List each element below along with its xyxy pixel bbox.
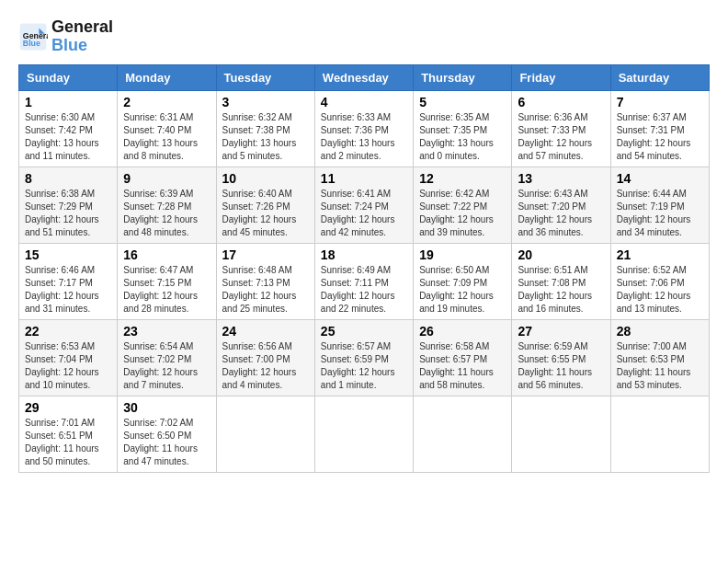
logo: General Blue GeneralBlue xyxy=(18,18,113,55)
calendar-cell xyxy=(610,396,709,472)
calendar-cell: 16 Sunrise: 6:47 AM Sunset: 7:15 PM Dayl… xyxy=(118,243,216,319)
calendar-cell: 13 Sunrise: 6:43 AM Sunset: 7:20 PM Dayl… xyxy=(512,167,610,243)
calendar-cell: 20 Sunrise: 6:51 AM Sunset: 7:08 PM Dayl… xyxy=(512,243,610,319)
day-number: 11 xyxy=(321,171,407,186)
calendar-cell: 30 Sunrise: 7:02 AM Sunset: 6:50 PM Dayl… xyxy=(118,396,216,472)
day-info: Sunrise: 6:31 AM Sunset: 7:40 PM Dayligh… xyxy=(123,111,210,163)
day-info: Sunrise: 6:59 AM Sunset: 6:55 PM Dayligh… xyxy=(518,340,604,392)
day-info: Sunrise: 6:30 AM Sunset: 7:42 PM Dayligh… xyxy=(25,111,111,163)
calendar-cell: 10 Sunrise: 6:40 AM Sunset: 7:26 PM Dayl… xyxy=(216,167,314,243)
calendar-week-3: 15 Sunrise: 6:46 AM Sunset: 7:17 PM Dayl… xyxy=(19,243,710,319)
day-number: 26 xyxy=(419,324,506,339)
calendar-cell: 21 Sunrise: 6:52 AM Sunset: 7:06 PM Dayl… xyxy=(610,243,709,319)
day-number: 22 xyxy=(25,324,111,339)
day-info: Sunrise: 6:48 AM Sunset: 7:13 PM Dayligh… xyxy=(222,264,309,316)
day-info: Sunrise: 6:37 AM Sunset: 7:31 PM Dayligh… xyxy=(617,111,703,163)
day-info: Sunrise: 6:42 AM Sunset: 7:22 PM Dayligh… xyxy=(419,188,506,239)
svg-text:Blue: Blue xyxy=(23,39,40,48)
calendar-cell: 4 Sunrise: 6:33 AM Sunset: 7:36 PM Dayli… xyxy=(314,90,413,167)
calendar-cell: 26 Sunrise: 6:58 AM Sunset: 6:57 PM Dayl… xyxy=(414,319,512,396)
calendar-cell: 28 Sunrise: 7:00 AM Sunset: 6:53 PM Dayl… xyxy=(610,319,709,396)
day-header-thursday: Thursday xyxy=(414,64,512,90)
calendar-cell: 3 Sunrise: 6:32 AM Sunset: 7:38 PM Dayli… xyxy=(216,90,314,167)
calendar-cell: 17 Sunrise: 6:48 AM Sunset: 7:13 PM Dayl… xyxy=(216,243,314,319)
day-info: Sunrise: 6:43 AM Sunset: 7:20 PM Dayligh… xyxy=(518,188,604,239)
calendar-cell: 12 Sunrise: 6:42 AM Sunset: 7:22 PM Dayl… xyxy=(414,167,512,243)
day-info: Sunrise: 6:39 AM Sunset: 7:28 PM Dayligh… xyxy=(123,188,210,239)
calendar-cell: 15 Sunrise: 6:46 AM Sunset: 7:17 PM Dayl… xyxy=(19,243,118,319)
day-number: 6 xyxy=(518,95,604,109)
day-number: 9 xyxy=(123,171,210,186)
calendar-cell: 14 Sunrise: 6:44 AM Sunset: 7:19 PM Dayl… xyxy=(610,167,709,243)
calendar-cell: 9 Sunrise: 6:39 AM Sunset: 7:28 PM Dayli… xyxy=(118,167,216,243)
day-info: Sunrise: 6:51 AM Sunset: 7:08 PM Dayligh… xyxy=(518,264,604,316)
day-header-tuesday: Tuesday xyxy=(216,64,314,90)
calendar-week-1: 1 Sunrise: 6:30 AM Sunset: 7:42 PM Dayli… xyxy=(19,90,710,167)
calendar-cell: 25 Sunrise: 6:57 AM Sunset: 6:59 PM Dayl… xyxy=(314,319,413,396)
day-number: 24 xyxy=(222,324,309,339)
page-header: General Blue GeneralBlue xyxy=(18,18,710,55)
calendar-cell xyxy=(414,396,512,472)
day-number: 29 xyxy=(25,400,111,415)
day-info: Sunrise: 6:38 AM Sunset: 7:29 PM Dayligh… xyxy=(25,188,111,239)
day-number: 10 xyxy=(222,171,309,186)
calendar-week-2: 8 Sunrise: 6:38 AM Sunset: 7:29 PM Dayli… xyxy=(19,167,710,243)
day-number: 20 xyxy=(518,247,604,262)
day-number: 5 xyxy=(419,95,506,109)
day-number: 4 xyxy=(321,95,407,109)
calendar-table: SundayMondayTuesdayWednesdayThursdayFrid… xyxy=(18,64,710,473)
day-info: Sunrise: 6:57 AM Sunset: 6:59 PM Dayligh… xyxy=(321,340,407,392)
calendar-cell: 5 Sunrise: 6:35 AM Sunset: 7:35 PM Dayli… xyxy=(414,90,512,167)
day-number: 13 xyxy=(518,171,604,186)
calendar-cell xyxy=(216,396,314,472)
day-info: Sunrise: 6:52 AM Sunset: 7:06 PM Dayligh… xyxy=(617,264,703,316)
day-info: Sunrise: 6:35 AM Sunset: 7:35 PM Dayligh… xyxy=(419,111,506,163)
day-info: Sunrise: 7:01 AM Sunset: 6:51 PM Dayligh… xyxy=(25,417,111,468)
calendar-cell: 24 Sunrise: 6:56 AM Sunset: 7:00 PM Dayl… xyxy=(216,319,314,396)
calendar-cell: 19 Sunrise: 6:50 AM Sunset: 7:09 PM Dayl… xyxy=(414,243,512,319)
day-number: 1 xyxy=(25,95,111,109)
day-number: 30 xyxy=(123,400,210,415)
day-number: 18 xyxy=(321,247,407,262)
day-info: Sunrise: 6:50 AM Sunset: 7:09 PM Dayligh… xyxy=(419,264,506,316)
calendar-cell xyxy=(512,396,610,472)
day-info: Sunrise: 6:40 AM Sunset: 7:26 PM Dayligh… xyxy=(222,188,309,239)
day-number: 3 xyxy=(222,95,309,109)
day-number: 8 xyxy=(25,171,111,186)
day-number: 23 xyxy=(123,324,210,339)
day-header-friday: Friday xyxy=(512,64,610,90)
day-number: 27 xyxy=(518,324,604,339)
calendar-cell: 23 Sunrise: 6:54 AM Sunset: 7:02 PM Dayl… xyxy=(118,319,216,396)
calendar-cell: 1 Sunrise: 6:30 AM Sunset: 7:42 PM Dayli… xyxy=(19,90,118,167)
day-number: 14 xyxy=(617,171,703,186)
day-info: Sunrise: 6:54 AM Sunset: 7:02 PM Dayligh… xyxy=(123,340,210,392)
calendar-cell: 27 Sunrise: 6:59 AM Sunset: 6:55 PM Dayl… xyxy=(512,319,610,396)
day-number: 21 xyxy=(617,247,703,262)
calendar-week-4: 22 Sunrise: 6:53 AM Sunset: 7:04 PM Dayl… xyxy=(19,319,710,396)
day-number: 25 xyxy=(321,324,407,339)
day-header-saturday: Saturday xyxy=(610,64,709,90)
day-info: Sunrise: 6:32 AM Sunset: 7:38 PM Dayligh… xyxy=(222,111,309,163)
day-info: Sunrise: 6:58 AM Sunset: 6:57 PM Dayligh… xyxy=(419,340,506,392)
day-info: Sunrise: 6:47 AM Sunset: 7:15 PM Dayligh… xyxy=(123,264,210,316)
day-info: Sunrise: 7:02 AM Sunset: 6:50 PM Dayligh… xyxy=(123,417,210,468)
day-info: Sunrise: 6:46 AM Sunset: 7:17 PM Dayligh… xyxy=(25,264,111,316)
day-info: Sunrise: 6:41 AM Sunset: 7:24 PM Dayligh… xyxy=(321,188,407,239)
day-info: Sunrise: 6:56 AM Sunset: 7:00 PM Dayligh… xyxy=(222,340,309,392)
day-info: Sunrise: 6:49 AM Sunset: 7:11 PM Dayligh… xyxy=(321,264,407,316)
calendar-cell: 22 Sunrise: 6:53 AM Sunset: 7:04 PM Dayl… xyxy=(19,319,118,396)
calendar-cell: 2 Sunrise: 6:31 AM Sunset: 7:40 PM Dayli… xyxy=(118,90,216,167)
day-number: 28 xyxy=(617,324,703,339)
day-header-monday: Monday xyxy=(118,64,216,90)
day-header-sunday: Sunday xyxy=(19,64,118,90)
calendar-cell: 8 Sunrise: 6:38 AM Sunset: 7:29 PM Dayli… xyxy=(19,167,118,243)
day-number: 19 xyxy=(419,247,506,262)
calendar-cell: 6 Sunrise: 6:36 AM Sunset: 7:33 PM Dayli… xyxy=(512,90,610,167)
header-row: SundayMondayTuesdayWednesdayThursdayFrid… xyxy=(19,64,710,90)
day-number: 17 xyxy=(222,247,309,262)
calendar-cell: 11 Sunrise: 6:41 AM Sunset: 7:24 PM Dayl… xyxy=(314,167,413,243)
day-number: 2 xyxy=(123,95,210,109)
day-info: Sunrise: 7:00 AM Sunset: 6:53 PM Dayligh… xyxy=(617,340,703,392)
day-info: Sunrise: 6:44 AM Sunset: 7:19 PM Dayligh… xyxy=(617,188,703,239)
logo-icon: General Blue xyxy=(18,22,48,52)
